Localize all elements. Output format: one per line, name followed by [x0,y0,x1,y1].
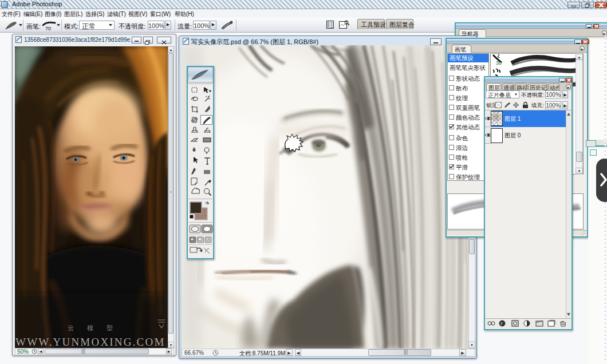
svg-text:30: 30 [496,60,502,66]
svg-text:WWW.YUNMOXING.COM: WWW.YUNMOXING.COM [15,336,165,348]
svg-text:云模型: 云模型 [68,325,126,331]
